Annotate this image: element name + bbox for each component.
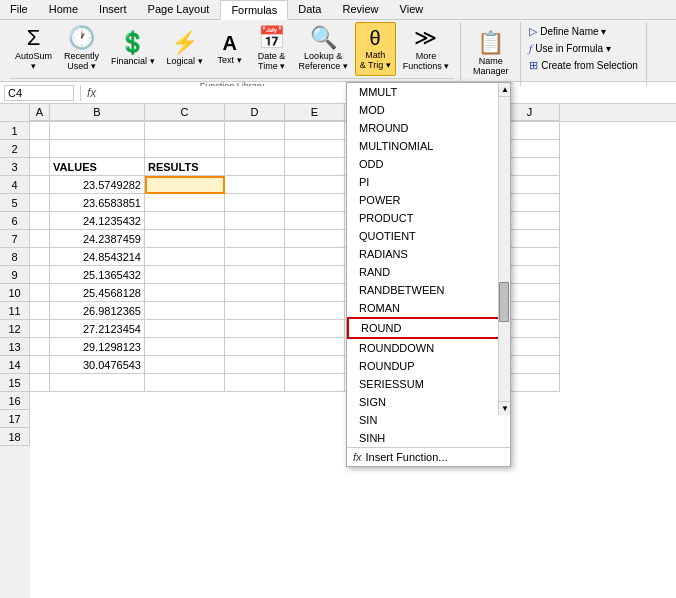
dropdown-item-roundup[interactable]: ROUNDUP	[347, 357, 510, 375]
create-from-selection-item[interactable]: ⊞ Create from Selection	[527, 58, 640, 73]
dropdown-item-seriessum[interactable]: SERIESSUM	[347, 375, 510, 393]
cell-E10[interactable]	[285, 284, 345, 302]
dropdown-item-round[interactable]: ROUND	[347, 317, 510, 339]
row-header-15[interactable]: 15	[0, 374, 30, 392]
cell-D9[interactable]	[225, 266, 285, 284]
cell-C11[interactable]	[145, 302, 225, 320]
cell-A12[interactable]	[30, 320, 50, 338]
dropdown-item-power[interactable]: POWER	[347, 191, 510, 209]
date-time-button[interactable]: 📅 Date &Time ▾	[252, 22, 292, 76]
cell-C6[interactable]	[145, 212, 225, 230]
row-header-4[interactable]: 4	[0, 176, 30, 194]
row-header-17[interactable]: 17	[0, 410, 30, 428]
dropdown-item-multinomial[interactable]: MULTINOMIAL	[347, 137, 510, 155]
cell-C9[interactable]	[145, 266, 225, 284]
cell-A9[interactable]	[30, 266, 50, 284]
cell-D4[interactable]	[225, 176, 285, 194]
cell-C10[interactable]	[145, 284, 225, 302]
cell-B12[interactable]: 27.2123454	[50, 320, 145, 338]
cell-D1[interactable]	[225, 122, 285, 140]
cell-C2[interactable]	[145, 140, 225, 158]
cell-B10[interactable]: 25.4568128	[50, 284, 145, 302]
cell-C8[interactable]	[145, 248, 225, 266]
cell-E8[interactable]	[285, 248, 345, 266]
autosum-button[interactable]: Σ AutoSum▾	[10, 22, 57, 76]
cell-C15[interactable]	[145, 374, 225, 392]
cell-E9[interactable]	[285, 266, 345, 284]
col-header-B[interactable]: B	[50, 104, 145, 121]
col-header-D[interactable]: D	[225, 104, 285, 121]
cell-A8[interactable]	[30, 248, 50, 266]
tab-formulas[interactable]: Formulas	[220, 0, 288, 20]
cell-D11[interactable]	[225, 302, 285, 320]
col-header-C[interactable]: C	[145, 104, 225, 121]
dropdown-item-roman[interactable]: ROMAN	[347, 299, 510, 317]
cell-A7[interactable]	[30, 230, 50, 248]
cell-A13[interactable]	[30, 338, 50, 356]
row-header-8[interactable]: 8	[0, 248, 30, 266]
cell-A6[interactable]	[30, 212, 50, 230]
cell-D12[interactable]	[225, 320, 285, 338]
cell-E2[interactable]	[285, 140, 345, 158]
tab-file[interactable]: File	[0, 0, 39, 19]
cell-D14[interactable]	[225, 356, 285, 374]
cell-B8[interactable]: 24.8543214	[50, 248, 145, 266]
tab-data[interactable]: Data	[288, 0, 332, 19]
dropdown-item-rand[interactable]: RAND	[347, 263, 510, 281]
dropdown-item-pi[interactable]: PI	[347, 173, 510, 191]
cell-A15[interactable]	[30, 374, 50, 392]
cell-E4[interactable]	[285, 176, 345, 194]
cell-B11[interactable]: 26.9812365	[50, 302, 145, 320]
row-header-16[interactable]: 16	[0, 392, 30, 410]
cell-D10[interactable]	[225, 284, 285, 302]
row-header-14[interactable]: 14	[0, 356, 30, 374]
financial-button[interactable]: 💲 Financial ▾	[106, 22, 160, 76]
name-manager-button[interactable]: 📋 NameManager	[468, 27, 514, 81]
cell-E12[interactable]	[285, 320, 345, 338]
cell-A4[interactable]	[30, 176, 50, 194]
cell-D15[interactable]	[225, 374, 285, 392]
text-button[interactable]: A Text ▾	[210, 22, 250, 76]
dropdown-item-odd[interactable]: ODD	[347, 155, 510, 173]
row-header-9[interactable]: 9	[0, 266, 30, 284]
cell-C14[interactable]	[145, 356, 225, 374]
cell-D6[interactable]	[225, 212, 285, 230]
dropdown-item-radians[interactable]: RADIANS	[347, 245, 510, 263]
row-header-1[interactable]: 1	[0, 122, 30, 140]
row-header-13[interactable]: 13	[0, 338, 30, 356]
cell-B14[interactable]: 30.0476543	[50, 356, 145, 374]
scroll-up-arrow[interactable]: ▲	[499, 83, 510, 97]
cell-A11[interactable]	[30, 302, 50, 320]
dropdown-item-mod[interactable]: MOD	[347, 101, 510, 119]
cell-E7[interactable]	[285, 230, 345, 248]
cell-C13[interactable]	[145, 338, 225, 356]
cell-B15[interactable]	[50, 374, 145, 392]
cell-B13[interactable]: 29.1298123	[50, 338, 145, 356]
math-trig-button[interactable]: θ Math& Trig ▾	[355, 22, 396, 76]
tab-review[interactable]: Review	[332, 0, 389, 19]
row-header-12[interactable]: 12	[0, 320, 30, 338]
row-header-7[interactable]: 7	[0, 230, 30, 248]
name-box[interactable]	[4, 85, 74, 101]
scroll-down-arrow[interactable]: ▼	[499, 401, 510, 415]
cell-A5[interactable]	[30, 194, 50, 212]
cell-E1[interactable]	[285, 122, 345, 140]
cell-D2[interactable]	[225, 140, 285, 158]
dropdown-item-quotient[interactable]: QUOTIENT	[347, 227, 510, 245]
cell-B3[interactable]: VALUES	[50, 158, 145, 176]
cell-E13[interactable]	[285, 338, 345, 356]
row-header-10[interactable]: 10	[0, 284, 30, 302]
cell-E5[interactable]	[285, 194, 345, 212]
cell-B7[interactable]: 24.2387459	[50, 230, 145, 248]
tab-insert[interactable]: Insert	[89, 0, 138, 19]
row-header-5[interactable]: 5	[0, 194, 30, 212]
recently-used-button[interactable]: 🕐 RecentlyUsed ▾	[59, 22, 104, 76]
cell-E14[interactable]	[285, 356, 345, 374]
cell-D7[interactable]	[225, 230, 285, 248]
row-header-11[interactable]: 11	[0, 302, 30, 320]
dropdown-item-mround[interactable]: MROUND	[347, 119, 510, 137]
more-functions-button[interactable]: ≫ MoreFunctions ▾	[398, 22, 455, 76]
cell-D13[interactable]	[225, 338, 285, 356]
cell-B5[interactable]: 23.6583851	[50, 194, 145, 212]
use-in-formula-item[interactable]: 𝑓 Use in Formula ▾	[527, 41, 640, 56]
